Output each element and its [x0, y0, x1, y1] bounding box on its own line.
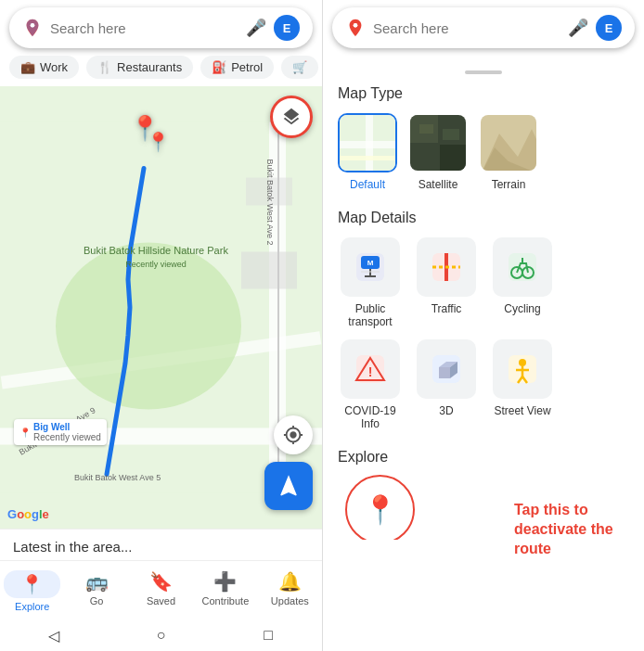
layer-button[interactable] [270, 96, 313, 138]
map-detail-traffic[interactable]: Traffic [414, 237, 479, 328]
default-thumb-svg [340, 115, 397, 172]
home-button[interactable]: ○ [150, 625, 171, 645]
cycling-icon [493, 237, 552, 297]
location-icon [283, 425, 303, 445]
map-type-title: Map Type [338, 85, 629, 102]
map-type-satellite-thumb [408, 113, 468, 172]
map-pin-green: 📍 [147, 131, 170, 153]
left-mic-icon[interactable]: 🎤 [246, 18, 266, 38]
go-nav-icon: 🚌 [85, 570, 109, 593]
layers-icon [281, 107, 302, 127]
left-nav-saved[interactable]: 🔖 Saved [129, 567, 193, 616]
navigation-button[interactable] [264, 462, 313, 510]
svg-rect-21 [443, 129, 459, 140]
svg-rect-16 [340, 156, 397, 160]
map-detail-cycling[interactable]: Cycling [490, 237, 555, 328]
explore-card-icon: 📍 [345, 475, 415, 540]
updates-nav-icon: 🔔 [278, 570, 302, 593]
cycling-label: Cycling [504, 302, 540, 315]
map-detail-3d[interactable]: 3D [414, 339, 479, 430]
left-panel: 🎤 E 💼 Work 🍴 Restaurants ⛽ Petrol 🛒 [0, 0, 322, 651]
scroll-indicator [465, 70, 502, 74]
covid-svg: ! [352, 351, 389, 388]
left-filter-petrol[interactable]: ⛽ Petrol [200, 56, 274, 79]
left-filter-restaurants[interactable]: 🍴 Restaurants [86, 56, 193, 79]
right-maps-logo-icon [345, 18, 366, 38]
google-logo: Google [7, 507, 49, 521]
streetview-svg [504, 351, 541, 388]
map-panel-overlay[interactable]: Map Type Default [323, 56, 644, 540]
map-detail-covid[interactable]: ! COVID-19 Info [338, 339, 403, 430]
left-android-nav: ◁ ○ □ [0, 619, 322, 651]
public-transport-icon: M [341, 237, 400, 297]
3d-svg [428, 351, 465, 388]
left-filter-cart[interactable]: 🛒 [281, 56, 318, 79]
work-chip-icon: 💼 [20, 60, 35, 74]
tap-hint-text: Tap this to deactivate the route [514, 501, 635, 558]
map-type-default-label: Default [350, 178, 385, 191]
traffic-icon [417, 237, 476, 297]
left-filter-work[interactable]: 💼 Work [9, 56, 79, 79]
left-user-avatar[interactable]: E [274, 15, 300, 41]
map-detail-public-transport[interactable]: M Public transport [338, 237, 403, 328]
traffic-label: Traffic [431, 302, 462, 315]
nav-arrow-icon [276, 473, 302, 499]
contribute-nav-icon: ➕ [213, 570, 237, 593]
maps-logo-icon [22, 18, 43, 38]
explore-section-title: Explore [338, 449, 629, 466]
left-nav-contribute[interactable]: ➕ Contribute [193, 567, 257, 616]
left-map-area[interactable]: 📍 📍 Bukit Batok Hillside Nature Park Rec… [0, 86, 322, 529]
svg-point-46 [519, 359, 526, 366]
location-button[interactable] [274, 415, 313, 454]
recents-button[interactable]: □ [258, 625, 278, 645]
restaurants-chip-icon: 🍴 [97, 60, 112, 74]
right-search-bar[interactable]: 🎤 E [332, 7, 635, 48]
map-type-terrain-label: Terrain [492, 178, 526, 191]
left-search-input[interactable] [50, 20, 238, 36]
petrol-chip-icon: ⛽ [212, 60, 226, 74]
saved-nav-icon: 🔖 [149, 570, 173, 593]
svg-rect-6 [241, 252, 297, 289]
satellite-thumb-svg [410, 115, 468, 172]
3d-label: 3D [439, 404, 453, 417]
svg-rect-19 [440, 145, 468, 172]
left-nav-explore[interactable]: 📍 Explore [0, 567, 64, 616]
street-view-label: Street View [494, 404, 550, 417]
map-type-satellite[interactable]: Satellite [408, 113, 468, 191]
right-search-input[interactable] [373, 20, 560, 36]
cart-chip-icon: 🛒 [292, 60, 307, 74]
terrain-thumb-svg [481, 115, 538, 172]
map-type-terrain[interactable]: Terrain [479, 113, 538, 191]
right-mic-icon[interactable]: 🎤 [568, 18, 588, 38]
left-nav-updates[interactable]: 🔔 Updates [258, 567, 322, 616]
map-details-title: Map Details [338, 210, 629, 226]
left-nav-go[interactable]: 🚌 Go [64, 567, 128, 616]
svg-point-9 [354, 23, 358, 28]
left-bottom-nav: 📍 Explore 🚌 Go 🔖 Saved ➕ Contribute 🔔 Up… [0, 560, 322, 619]
park-name-label: Bukit Batok Hillside Nature Park Recentl… [84, 244, 228, 271]
map-type-default[interactable]: Default [338, 113, 397, 191]
latest-bar: Latest in the area... [0, 529, 322, 560]
svg-text:!: ! [368, 364, 373, 379]
svg-rect-15 [340, 141, 397, 148]
transit-svg: M [352, 249, 389, 286]
back-button[interactable]: ◁ [44, 625, 64, 645]
explore-bukit-batok-card[interactable]: 📍 Bukit Batok Hillside Park Map [338, 475, 421, 540]
explore-nav-icon: 📍 [20, 574, 44, 594]
map-type-default-thumb [338, 113, 397, 172]
map-details-grid: M Public transport Traffi [338, 237, 629, 430]
map-type-satellite-label: Satellite [419, 178, 458, 191]
left-search-bar[interactable]: 🎤 E [9, 7, 313, 48]
left-quick-filters: 💼 Work 🍴 Restaurants ⛽ Petrol 🛒 [0, 56, 322, 86]
explore-card-inner: 📍 [345, 475, 415, 540]
cycling-svg [504, 249, 541, 286]
svg-rect-20 [419, 124, 433, 134]
svg-point-0 [31, 23, 35, 28]
right-panel: 🎤 E 💼 Work ▼ 🍴 Restaurants ⛽ Petrol Buki… [322, 0, 644, 651]
covid-icon: ! [341, 339, 400, 399]
map-detail-street-view[interactable]: Street View [490, 339, 555, 430]
explore-pin-icon: 📍 [363, 493, 397, 526]
right-user-avatar[interactable]: E [596, 15, 622, 41]
3d-icon [417, 339, 476, 399]
street-label-ave2: Bukit Batok West Ave 2 [264, 159, 274, 245]
